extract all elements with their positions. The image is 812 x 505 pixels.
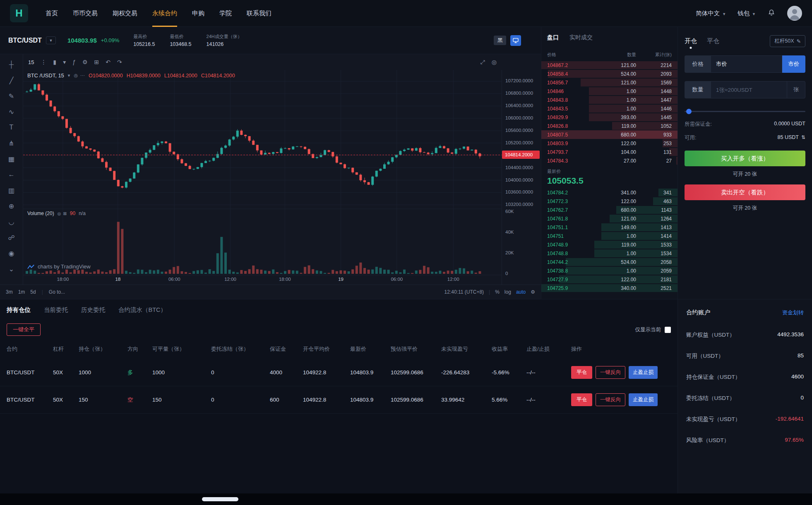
panel-icon[interactable]: ▥ [5,184,18,196]
chevron-down-icon[interactable]: ⌄ [5,263,18,275]
orderbook-row[interactable]: 104744.2524.002058 [541,258,677,266]
orderbook-row[interactable]: 104829.9393.001445 [541,113,677,122]
close-all-button[interactable]: 一键全平 [7,323,41,336]
close-position-button[interactable]: 平仓 [571,393,592,406]
nav-item-3[interactable]: 永续合约 [152,0,177,27]
orderbook-row[interactable]: 104762.7680.001143 [541,206,677,214]
positions-tab-0[interactable]: 持有仓位 [7,306,31,314]
candle-style-icon[interactable]: ▮ [53,59,56,65]
legend-symbol[interactable]: BTC /USDT, 15 [27,72,64,79]
orderbook-row[interactable]: 104751.1149.001413 [541,223,677,232]
buy-long-button[interactable]: 买入开多（看涨） [685,151,805,166]
orderbook-row[interactable]: 104793.7104.00131 [541,148,677,156]
theme-toggle-button[interactable]: 黑 [494,36,506,45]
app-logo[interactable]: H [10,4,28,22]
orderbook-row[interactable]: 104843.51.001446 [541,104,677,113]
orderbook-row[interactable]: 1047511.001414 [541,232,677,240]
positions-tab-2[interactable]: 历史委托 [81,306,105,314]
fullscreen-icon[interactable]: ⤢ [480,59,485,66]
auto-scale-button[interactable]: auto [516,289,526,295]
vol-eye-icon[interactable]: ◎ [58,211,61,216]
back-arrow-icon[interactable]: ← [5,168,18,181]
vol-close-icon[interactable]: ⊠ [63,211,66,216]
orderbook-row[interactable]: 1048461.001448 [541,87,677,96]
eye-icon[interactable]: ◉ [5,247,18,259]
price-input[interactable] [716,61,777,67]
goto-button[interactable]: Go to... [49,289,65,295]
fund-transfer-link[interactable]: 资金划转 [782,309,804,316]
notification-bell-icon[interactable] [767,9,776,18]
chevron-down-icon[interactable]: ▾ [68,73,70,78]
positions-tab-1[interactable]: 当前委托 [44,306,68,314]
wallet-menu[interactable]: 钱包▼ [738,10,756,17]
range-button-3m[interactable]: 3m [6,289,13,295]
market-price-button[interactable]: 市价 [782,55,805,73]
wave-icon[interactable]: ∿ [5,105,18,118]
transfer-icon[interactable]: ⇅ [801,134,805,140]
orderbook-row[interactable]: 104858.4524.002093 [541,69,677,78]
orderbook-row[interactable]: 104761.8121.001264 [541,214,677,223]
close-position-button[interactable]: 平仓 [571,366,592,379]
orderbook-row[interactable]: 104803.9122.00253 [541,139,677,148]
tpsl-button[interactable]: 止盈止损 [629,393,658,406]
compare-icon[interactable]: ⊞ [94,59,99,65]
nav-item-4[interactable]: 申购 [192,0,204,27]
interval-selector[interactable]: 15 [28,59,34,65]
crosshair-icon[interactable]: ┼ [5,58,18,71]
reverse-position-button[interactable]: 一键反向 [596,393,625,406]
lock-icon[interactable]: ☍ [5,231,18,244]
indicators-icon[interactable]: ƒ [72,59,76,65]
pair-selector-caret[interactable]: ▼ [46,36,56,44]
orderbook-row[interactable]: 104826.8119.001052 [541,122,677,130]
pattern-icon[interactable]: ▦ [5,153,18,165]
amount-slider[interactable] [685,108,805,114]
orderbook-row[interactable]: 104867.2121.002214 [541,61,677,69]
language-selector[interactable]: 简体中文▼ [696,10,726,17]
display-mode-icon[interactable] [510,35,521,46]
orderbook-row[interactable]: 104748.81.001534 [541,249,677,258]
tpsl-button[interactable]: 止盈止损 [629,366,658,379]
range-button-5d[interactable]: 5d [30,289,36,295]
user-avatar[interactable] [787,6,802,21]
menu-kebab-icon[interactable]: ⋮ [41,59,46,65]
tab-open-position[interactable]: 开仓 [685,37,697,45]
leverage-button[interactable]: 杠杆50X ✎ [770,35,805,47]
brush-icon[interactable]: ✎ [5,90,18,102]
sell-short-button[interactable]: 卖出开空（看跌） [685,184,805,200]
orderbook-row[interactable]: 104856.7121.001569 [541,78,677,87]
percent-scale-button[interactable]: % [495,289,500,295]
settings-gear-icon[interactable]: ⚙ [82,59,88,65]
settings-gear-icon[interactable]: ⚙ [531,289,535,295]
undo-icon[interactable]: ↶ [106,59,111,65]
orderbook-row[interactable]: 104807.5680.00933 [541,130,677,139]
only-current-checkbox[interactable] [665,327,671,333]
trendline-icon[interactable]: ╱ [5,74,18,86]
dropdown-caret-icon[interactable]: ▾ [63,59,66,65]
orderbook-tab-0[interactable]: 盘口 [547,34,559,41]
positions-tab-3[interactable]: 合约流水（BTC） [118,306,166,314]
slider-thumb[interactable] [686,109,692,114]
price-axis[interactable]: 104814.2000 107200.0000106800.0000106400… [502,70,541,285]
orderbook-row[interactable]: 104727.9122.002181 [541,275,677,284]
redo-icon[interactable]: ↷ [117,59,122,65]
candlestick-chart[interactable]: 18:001806:0012:0018:001906:0012:00 [23,70,502,285]
log-scale-button[interactable]: log [504,289,511,295]
nav-item-0[interactable]: 首页 [46,0,58,27]
nav-item-6[interactable]: 联系我们 [247,0,271,27]
magnet-icon[interactable]: ◡ [5,215,18,228]
orderbook-row[interactable]: 104784.2341.00341 [541,188,677,197]
zoom-icon[interactable]: ⊕ [5,200,18,212]
legend-more-icon[interactable]: ⋯ [80,73,85,78]
tradingview-attribution[interactable]: charts by TradingView [27,263,91,270]
orderbook-row[interactable]: 104738.81.002059 [541,266,677,275]
nav-item-5[interactable]: 学院 [219,0,232,27]
amount-input[interactable] [716,87,782,93]
range-button-1m[interactable]: 1m [18,289,25,295]
camera-icon[interactable]: ◎ [492,59,497,66]
nav-item-2[interactable]: 期权交易 [113,0,137,27]
pitchfork-icon[interactable]: ⋔ [5,137,18,149]
text-tool-icon[interactable]: T [5,121,18,134]
orderbook-row[interactable]: 104748.9119.001533 [541,240,677,249]
reverse-position-button[interactable]: 一键反向 [596,366,625,379]
orderbook-row[interactable]: 104772.3122.00463 [541,197,677,206]
